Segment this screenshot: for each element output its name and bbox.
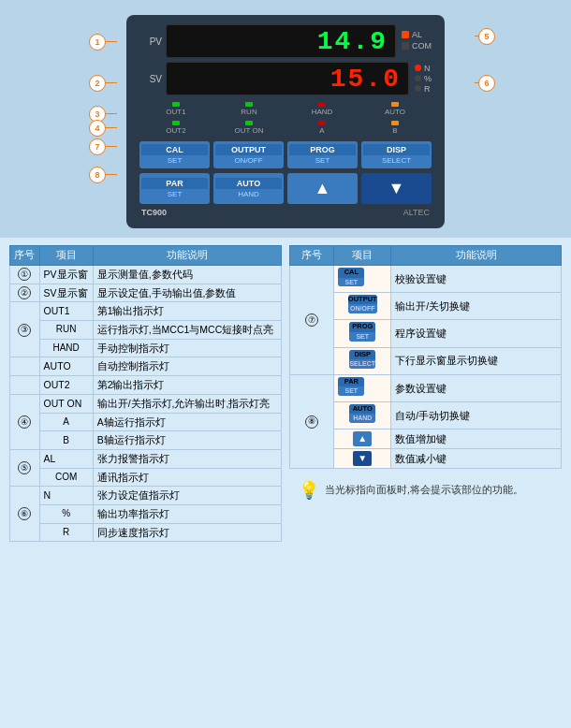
- status-leds-row1: OUT1 RUN HAND AUTO: [139, 99, 432, 118]
- table-row: R 同步速度指示灯: [10, 523, 282, 542]
- auto-hand-button[interactable]: AUTO HAND: [213, 173, 284, 204]
- row-item: PV显示窗: [39, 266, 93, 284]
- row-item: ▲: [334, 430, 391, 449]
- row-desc: 程序设置键: [391, 320, 562, 347]
- row-num: ④: [10, 394, 40, 449]
- prog-set-mini-btn: PROG SET: [349, 322, 375, 341]
- disp-select-button[interactable]: DISP SELECT: [361, 141, 432, 168]
- run-led: [245, 102, 253, 107]
- row-num: ②: [10, 284, 40, 302]
- callout-5: 5: [478, 28, 495, 45]
- a-led: [318, 121, 326, 125]
- row-num: ⑥: [10, 487, 40, 542]
- table-row: ③ OUT1 第1输出指示灯: [10, 302, 282, 321]
- row-desc: 显示测量值,参数代码: [93, 266, 281, 284]
- b-label: B: [392, 126, 397, 135]
- table-row: ⑧ PAR SET 参数设置键: [290, 374, 562, 401]
- left-header-num: 序号: [10, 246, 40, 266]
- callout-6: 6: [478, 75, 495, 92]
- b-led: [391, 121, 399, 125]
- out2-label: OUT2: [166, 126, 185, 135]
- com-led: [402, 42, 409, 50]
- row-num: [10, 357, 40, 376]
- row-item: PROG SET: [334, 320, 391, 347]
- onoff-label: ON/OFF: [215, 155, 282, 166]
- arrow-up-button[interactable]: ▲: [287, 173, 358, 204]
- right-header-num: 序号: [290, 246, 334, 266]
- row-item: A: [39, 413, 93, 431]
- row-desc: 校验设置键: [391, 266, 562, 293]
- row-desc: 显示设定值,手动输出值,参数值: [93, 284, 281, 302]
- row-desc: 自动/手动切换键: [391, 401, 562, 429]
- row-desc: 数值增加键: [391, 430, 562, 449]
- buttons-row1: CAL SET OUTPUT ON/OFF PROG SET DISP SELE…: [139, 141, 432, 168]
- outon-label: OUT ON: [235, 126, 264, 135]
- set-label: SET: [141, 155, 208, 166]
- par-set-button[interactable]: PAR SET: [139, 173, 210, 204]
- row-desc: 输出功率指示灯: [93, 504, 281, 523]
- output-onoff-button[interactable]: OUTPUT ON/OFF: [213, 141, 284, 168]
- sv-label: SV: [139, 74, 162, 84]
- row-item: N: [39, 487, 93, 505]
- row-desc: 第2输出指示灯: [93, 376, 281, 395]
- row-num: ①: [10, 266, 40, 284]
- row-desc: 自动控制指示灯: [93, 357, 281, 376]
- al-label: AL: [412, 30, 422, 39]
- out1-label: OUT1: [166, 108, 185, 116]
- table-row: ④ OUT ON 输出开/关指示灯,允许输出时,指示灯亮: [10, 394, 282, 413]
- row-desc: 下行显示窗显示切换键: [391, 347, 562, 374]
- row-desc: 张力报警指示灯: [93, 449, 281, 468]
- row-item: COM: [39, 468, 93, 487]
- output-onoff-mini-btn: OUTPUT ON/OFF: [348, 295, 377, 313]
- device-panel: PV 14.9 AL COM: [126, 15, 445, 228]
- callout-4: 4: [89, 120, 106, 137]
- disp-select-mini-btn: DISP SELECT: [349, 350, 375, 369]
- out2-led: [172, 121, 180, 125]
- cal-set-button[interactable]: CAL SET: [139, 141, 210, 168]
- row-desc: B轴运行指示灯: [93, 431, 281, 450]
- pv-value: 14.9: [317, 27, 388, 56]
- row-item: %: [39, 504, 93, 523]
- autohand-top-label: AUTO: [215, 178, 282, 189]
- par-label: PAR: [141, 178, 208, 189]
- lightbulb-icon: 💡: [299, 480, 319, 501]
- npcr-indicators: N % R: [415, 64, 432, 95]
- left-table: 序号 项目 功能说明 ① PV显示窗 显示测量值,参数代码 ② SV显示窗 显示…: [9, 245, 282, 542]
- com-label: COM: [412, 41, 432, 51]
- row-desc: 输出开/关切换键: [391, 292, 562, 319]
- row-desc: 第1输出指示灯: [93, 302, 281, 321]
- autohand-bot-label: HAND: [215, 189, 282, 199]
- row-item: DISP SELECT: [334, 347, 391, 374]
- table-left: 序号 项目 功能说明 ① PV显示窗 显示测量值,参数代码 ② SV显示窗 显示…: [9, 245, 282, 542]
- row-desc: 张力设定值指示灯: [93, 487, 281, 505]
- percent-led: [415, 75, 421, 81]
- row-num: ⑦: [290, 266, 334, 375]
- row-item: AUTO HAND: [334, 401, 391, 429]
- row-desc: A轴运行指示灯: [93, 413, 281, 431]
- auto-led: [391, 102, 399, 107]
- device-model: TC900: [141, 208, 167, 217]
- row-num: [10, 376, 40, 395]
- row-item: HAND: [39, 339, 93, 357]
- auto-hand-mini-btn: AUTO HAND: [349, 404, 375, 423]
- percent-label: %: [424, 74, 432, 83]
- table-row: ② SV显示窗 显示设定值,手动输出值,参数值: [10, 284, 282, 302]
- arrow-down-button[interactable]: ▼: [361, 173, 432, 204]
- sv-display: 15.0: [166, 62, 409, 95]
- table-row: A A轴运行指示灯: [10, 413, 282, 431]
- table-row: OUT2 第2输出指示灯: [10, 376, 282, 395]
- row-item: R: [39, 523, 93, 542]
- table-row: % 输出功率指示灯: [10, 504, 282, 523]
- table-row: ⑥ N 张力设定值指示灯: [10, 487, 282, 505]
- row-item: OUT2: [39, 376, 93, 395]
- device-brand: ALTEC: [403, 208, 430, 217]
- hand-led: [318, 102, 326, 107]
- callout-7: 7: [89, 138, 106, 155]
- status-leds-row2: OUT2 OUT ON A B: [139, 118, 432, 137]
- row-item: SV显示窗: [39, 284, 93, 302]
- row-item: PAR SET: [334, 374, 391, 401]
- table-row: HAND 手动控制指示灯: [10, 339, 282, 357]
- row-desc: 参数设置键: [391, 374, 562, 401]
- prog-set-button[interactable]: PROG SET: [287, 141, 358, 168]
- outon-led: [245, 121, 253, 125]
